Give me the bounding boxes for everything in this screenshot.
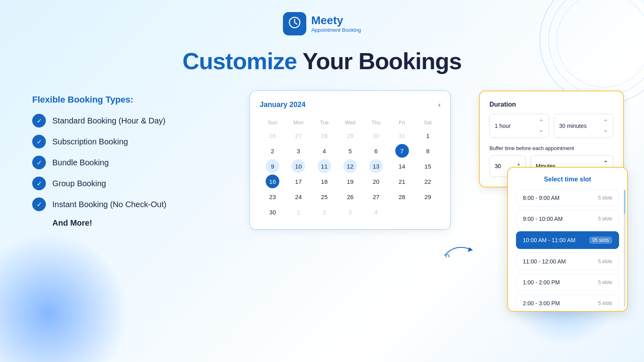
buffer-value: 30 — [495, 163, 501, 169]
calendar-day-0-3[interactable]: 29 — [337, 128, 363, 143]
calendar-day-5-5 — [389, 204, 415, 220]
calendar-day-2-4[interactable]: 13 — [363, 158, 389, 174]
calendar-body: 2627282930311234567891011121314151617181… — [260, 128, 441, 220]
calendar-card[interactable]: January 2024 ‹ Sun Mon Tue Wed Thu Fri S… — [250, 90, 451, 230]
timeslot-item-5[interactable]: 1:00 - 2:00 PM5 slots — [516, 274, 619, 291]
calendar-day-5-3[interactable]: 3 — [337, 204, 363, 220]
calendar-day-3-6[interactable]: 22 — [415, 174, 441, 189]
logo-icon — [287, 15, 302, 33]
calendar-day-5-0[interactable]: 30 — [260, 204, 285, 220]
calendar-day-2-6[interactable]: 15 — [415, 158, 441, 174]
calendar-day-4-3[interactable]: 26 — [337, 189, 363, 204]
calendar-day-3-4[interactable]: 20 — [363, 174, 389, 189]
col-wed: Wed — [337, 117, 363, 128]
arrow-decoration — [443, 241, 475, 259]
timeslot-time-3: 10:00 AM - 11:00 AM — [523, 237, 576, 243]
calendar-day-1-2[interactable]: 4 — [312, 143, 337, 158]
calendar-day-1-6[interactable]: 8 — [415, 143, 441, 158]
calendar-day-5-4[interactable]: 4 — [363, 204, 389, 220]
calendar-day-3-2[interactable]: 18 — [312, 174, 337, 189]
minute-select[interactable]: 30 minutes ⌃⌄ — [554, 114, 613, 138]
timeslot-title: Select time slot — [516, 176, 619, 183]
calendar-day-4-4[interactable]: 27 — [363, 189, 389, 204]
calendar-day-3-0[interactable]: 16 — [260, 174, 285, 189]
calendar-day-2-3[interactable]: 12 — [337, 158, 363, 174]
logo-text-group: Meety Appointment Booking — [311, 15, 361, 33]
calendar-day-3-5[interactable]: 21 — [389, 174, 415, 189]
col-mon: Mon — [285, 117, 311, 128]
calendar-day-3-3[interactable]: 19 — [337, 174, 363, 189]
timeslot-item-1[interactable]: 8:00 - 9:00 AM5 slots — [516, 189, 619, 206]
duration-title: Duration — [489, 101, 613, 108]
calendar-day-4-6[interactable]: 29 — [415, 189, 441, 204]
calendar-week-2: 2345678 — [260, 143, 441, 158]
calendar-day-3-1[interactable]: 17 — [285, 174, 311, 189]
minute-value: 30 minutes — [559, 123, 586, 129]
calendar-day-0-1[interactable]: 27 — [285, 128, 311, 143]
logo-tagline: Appointment Booking — [311, 27, 361, 33]
timeslot-time-5: 1:00 - 2:00 PM — [523, 279, 560, 286]
calendar-day-1-1[interactable]: 3 — [285, 143, 311, 158]
calendar-day-1-3[interactable]: 5 — [337, 143, 363, 158]
feature-item-2: ✓ Subscription Booking — [32, 135, 225, 148]
scroll-indicator — [624, 190, 625, 307]
calendar-day-4-1[interactable]: 24 — [285, 189, 311, 204]
calendar-day-1-0[interactable]: 2 — [260, 143, 285, 158]
duration-controls-row: 1 hour ⌃⌄ 30 minutes ⌃⌄ — [489, 114, 613, 138]
hour-value: 1 hour — [495, 123, 511, 129]
hour-select[interactable]: 1 hour ⌃⌄ — [489, 114, 549, 138]
timeslot-time-2: 9:00 - 10:00 AM — [523, 216, 563, 222]
calendar-day-5-1[interactable]: 1 — [285, 204, 311, 220]
calendar-day-4-2[interactable]: 25 — [312, 189, 337, 204]
calendar-prev-button[interactable]: ‹ — [438, 101, 441, 109]
calendar-day-5-6 — [415, 204, 441, 220]
calendar-month-label: January 2024 — [260, 101, 305, 109]
feature-label-1: Standard Booking (Hour & Day) — [52, 116, 165, 125]
timeslot-badge-4: 5 slots — [598, 259, 612, 264]
timeslot-badge-2: 5 slots — [598, 216, 612, 222]
calendar-day-1-4[interactable]: 6 — [363, 143, 389, 158]
col-sun: Sun — [260, 117, 285, 128]
svg-marker-1 — [468, 247, 473, 252]
timeslot-badge-3: 05 slots — [589, 237, 612, 244]
calendar-day-4-0[interactable]: 23 — [260, 189, 285, 204]
and-more-text: And More! — [52, 218, 225, 228]
timeslot-badge-1: 5 slots — [598, 195, 612, 201]
hour-arrow-icon: ⌃⌄ — [539, 118, 544, 134]
feature-item-3: ✓ Bundle Booking — [32, 156, 225, 169]
timeslot-item-6[interactable]: 2:00 - 3:00 PM5 slots — [516, 295, 619, 312]
feature-label-4: Group Booking — [52, 179, 106, 188]
title-normal: Your Bookings — [297, 48, 462, 74]
features-section: Flexible Booking Types: ✓ Standard Booki… — [32, 90, 225, 228]
calendar-day-0-6[interactable]: 1 — [415, 128, 441, 143]
timeslot-badge-6: 5 slots — [598, 300, 612, 306]
calendar-week-4: 16171819202122 — [260, 174, 441, 189]
timeslot-card: Select time slot 8:00 - 9:00 AM5 slots9:… — [507, 167, 628, 312]
calendar-day-0-5[interactable]: 31 — [389, 128, 415, 143]
timeslot-badge-5: 5 slots — [598, 280, 612, 285]
timeslot-item-3[interactable]: 10:00 AM - 11:00 AM05 slots — [516, 231, 619, 249]
col-tue: Tue — [312, 117, 337, 128]
calendar-day-1-5[interactable]: 7 — [389, 143, 415, 158]
col-fri: Fri — [389, 117, 415, 128]
header: Meety Appointment Booking — [0, 0, 644, 39]
calendar-day-5-2[interactable]: 2 — [312, 204, 337, 220]
calendar-day-2-1[interactable]: 10 — [285, 158, 311, 174]
calendar-day-0-4[interactable]: 30 — [363, 128, 389, 143]
title-highlight: Customize — [182, 48, 297, 74]
calendar-day-0-0[interactable]: 26 — [260, 128, 285, 143]
calendar-day-4-5[interactable]: 28 — [389, 189, 415, 204]
timeslot-time-1: 8:00 - 9:00 AM — [523, 195, 559, 201]
calendar-day-2-0[interactable]: 9 — [260, 158, 285, 174]
calendar-day-2-2[interactable]: 11 — [312, 158, 337, 174]
minute-arrow-icon: ⌃⌄ — [603, 118, 608, 134]
timeslot-item-4[interactable]: 11:00 - 12:00 AM5 slots — [516, 253, 619, 270]
spinner-up[interactable]: ▲ — [517, 162, 520, 166]
calendar-day-0-2[interactable]: 28 — [312, 128, 337, 143]
page-title: Customize Your Bookings — [0, 47, 644, 74]
timeslot-item-2[interactable]: 9:00 - 10:00 AM5 slots — [516, 210, 619, 227]
calendar-day-2-5[interactable]: 14 — [389, 158, 415, 174]
check-icon-1: ✓ — [32, 114, 46, 128]
feature-item-1: ✓ Standard Booking (Hour & Day) — [32, 114, 225, 128]
calendar-days-header: Sun Mon Tue Wed Thu Fri Sat — [260, 117, 441, 128]
